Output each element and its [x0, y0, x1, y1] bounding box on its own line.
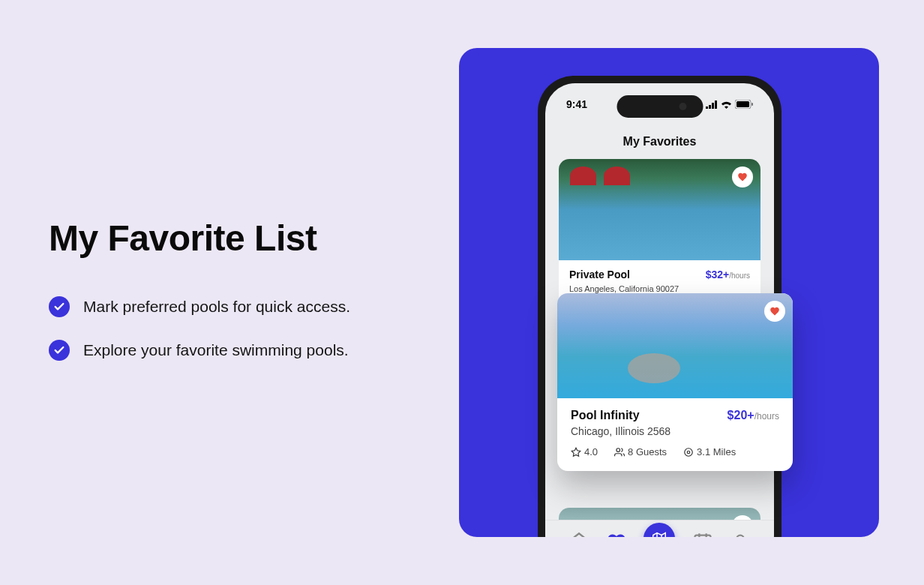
status-time: 9:41 [566, 98, 587, 110]
pool-price: $32+ [706, 268, 730, 280]
svg-rect-14 [694, 535, 710, 537]
check-icon [49, 340, 70, 361]
svg-point-20 [616, 448, 620, 452]
tab-map[interactable] [644, 523, 675, 538]
favorite-button[interactable] [764, 301, 785, 322]
tab-profile[interactable] [730, 532, 751, 538]
price-unit: /hours [754, 411, 779, 422]
heart-icon [737, 172, 748, 182]
wifi-icon [721, 100, 732, 109]
svg-marker-11 [653, 532, 666, 537]
map-icon [652, 532, 666, 538]
svg-rect-3 [715, 100, 717, 109]
status-icons [706, 100, 753, 109]
user-icon [730, 532, 751, 538]
svg-marker-19 [572, 448, 580, 456]
rating-value: 4.0 [584, 446, 598, 458]
screen-title: My Favorites [545, 124, 774, 159]
pool-image [559, 159, 760, 260]
distance-value: 3.1 Miles [697, 446, 736, 458]
mockup-panel: 9:41 My Favorites [459, 48, 879, 537]
bullet-list: Mark preferred pools for quick access. E… [49, 296, 424, 361]
bullet-item: Explore your favorite swimming pools. [49, 340, 424, 361]
pool-title: Pool Infinity [571, 409, 640, 422]
bullet-text: Explore your favorite swimming pools. [83, 341, 349, 359]
tab-bar [545, 520, 774, 537]
tab-home[interactable] [568, 532, 590, 538]
bullet-text: Mark preferred pools for quick access. [83, 298, 350, 316]
heart-icon [770, 306, 780, 316]
svg-rect-2 [712, 103, 714, 109]
pool-card[interactable]: Private Pool $32+/hours Los Angeles, Cal… [559, 159, 760, 314]
phone-notch [616, 95, 703, 118]
battery-icon [735, 100, 753, 109]
tab-calendar[interactable] [692, 532, 713, 538]
pool-image [557, 293, 793, 398]
calendar-icon [692, 532, 713, 538]
pool-location: Chicago, Illinois 2568 [571, 425, 779, 437]
guests-value: 8 Guests [628, 446, 667, 458]
svg-rect-0 [706, 106, 708, 109]
price-unit: /hours [729, 272, 750, 280]
guests-icon [614, 447, 625, 458]
star-icon [571, 447, 581, 458]
check-icon [49, 296, 70, 317]
bullet-item: Mark preferred pools for quick access. [49, 296, 424, 317]
signal-icon [706, 100, 718, 109]
pool-card-featured[interactable]: Pool Infinity $20+/hours Chicago, Illino… [557, 293, 793, 471]
svg-rect-5 [736, 101, 749, 107]
home-icon [568, 532, 590, 538]
heart-icon [606, 532, 627, 538]
pool-price: $20+ [728, 409, 754, 422]
svg-point-22 [687, 451, 690, 454]
svg-rect-1 [709, 105, 711, 109]
favorite-button[interactable] [732, 166, 753, 188]
location-icon [683, 447, 694, 458]
pool-title: Private Pool [569, 268, 630, 280]
svg-rect-6 [752, 103, 753, 106]
pool-location: Los Angeles, California 90027 [569, 284, 750, 293]
svg-point-21 [685, 448, 693, 456]
tab-favorites[interactable] [606, 532, 627, 538]
hero-title: My Favorite List [49, 218, 424, 259]
svg-point-18 [736, 535, 743, 537]
